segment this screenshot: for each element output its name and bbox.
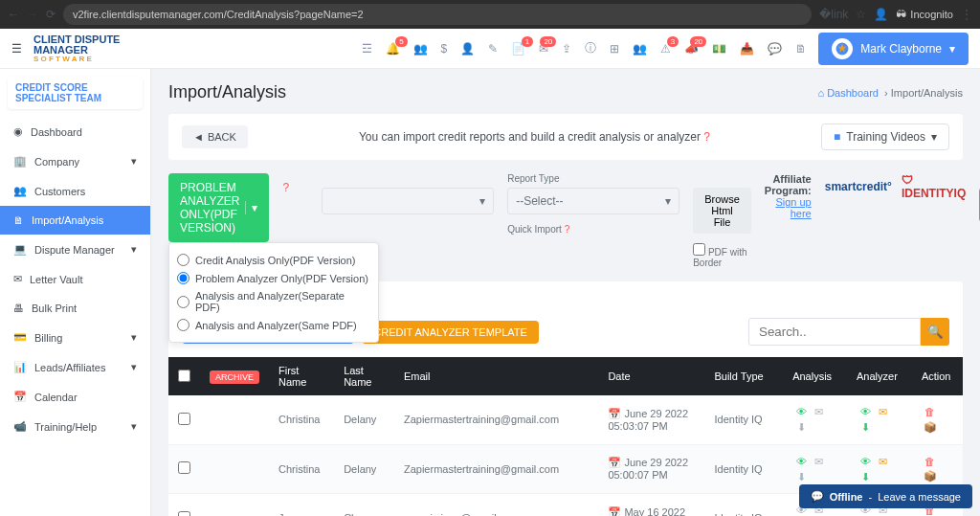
affiliate-link[interactable]: Sign up here (775, 196, 811, 219)
quick-import-label: Quick Import (507, 224, 562, 235)
warn-icon[interactable]: ⚠3 (660, 42, 671, 56)
delete-icon[interactable]: 🗑 (923, 404, 938, 419)
main-content: Import/Analysis ⌂ Dashboard › Import/Ana… (151, 69, 980, 516)
row-checkbox[interactable] (178, 461, 190, 474)
search-button[interactable]: 🔍 (921, 318, 949, 346)
share-icon[interactable]: �link (819, 8, 848, 21)
dd-option[interactable]: Analysis and Analyzer(Separate PDF) (177, 287, 370, 316)
forward-icon[interactable]: → (27, 8, 38, 21)
dd-option[interactable]: Problem Analyzer Only(PDF Version) (177, 269, 370, 287)
back-icon[interactable]: ← (8, 8, 19, 21)
sidebar-item-letter-vault[interactable]: ✉Letter Vault (0, 264, 150, 294)
col-header[interactable]: Last Name (334, 357, 394, 395)
back-button[interactable]: ◄ BACK (182, 125, 248, 148)
training-dropdown[interactable]: ■Training Videos ▾ (821, 123, 949, 150)
view-icon[interactable]: 👁 (858, 404, 873, 419)
file-icon: 🗎 (13, 214, 24, 226)
browse-button[interactable]: Browse Html File (693, 188, 751, 234)
sidebar-item-customers[interactable]: 👥Customers (0, 176, 150, 206)
customer-select[interactable]: ▾ (322, 188, 494, 214)
breadcrumb-home[interactable]: Dashboard (827, 87, 879, 99)
refresh-icon[interactable]: ⟳ (46, 8, 56, 21)
smartcredit-logo[interactable]: smartcredit° (825, 180, 892, 193)
calendar-icon: 📅 (608, 457, 621, 468)
download-icon[interactable]: ⬇ (793, 420, 809, 436)
dd-option[interactable]: Credit Analysis Only(PDF Version) (177, 251, 370, 269)
identityiq-logo[interactable]: 🛡 IDENTITYIQ (902, 173, 966, 200)
analyzer-dropdown[interactable]: PROBLEM ANALYZER ONLY(PDF VERSION) ▾ Cre… (168, 173, 269, 242)
sidebar-item-company[interactable]: 🏢Company▾ (0, 146, 150, 176)
download-icon[interactable]: ⬇ (858, 420, 873, 436)
sidebar-item-bulk-print[interactable]: 🖶Bulk Print (0, 294, 150, 323)
user-icon[interactable]: 👤 (460, 42, 475, 56)
list-icon[interactable]: ☲ (362, 42, 372, 56)
breadcrumb-current: Import/Analysis (891, 87, 963, 99)
share-icon[interactable]: ⇪ (562, 42, 571, 56)
col-header[interactable]: Build Type (704, 357, 783, 395)
search-input[interactable] (748, 318, 921, 346)
help-icon[interactable]: ? (703, 130, 710, 144)
col-header[interactable]: First Name (269, 357, 334, 395)
alert-icon[interactable]: 📣20 (684, 42, 699, 56)
home-icon[interactable]: ⌂ (817, 87, 824, 99)
doc2-icon[interactable]: 🗎 (795, 42, 807, 56)
download-icon[interactable]: ⬇ (858, 469, 873, 484)
logo[interactable]: CLIENT DISPUTE MANAGER S O F T W A R E (33, 34, 120, 64)
row-checkbox[interactable] (178, 413, 190, 425)
money-icon[interactable]: 💵 (712, 42, 726, 56)
chat-widget[interactable]: 💬 Offline - Leave a message (799, 484, 972, 508)
star-icon[interactable]: ☆ (856, 8, 866, 21)
user-menu[interactable]: Mark Clayborne ▾ (818, 33, 969, 65)
archive-icon[interactable]: 📦 (923, 469, 938, 484)
sidebar-item-dashboard[interactable]: ◉Dashboard (0, 117, 150, 146)
chevron-down-icon: ▾ (131, 361, 137, 373)
col-header[interactable]: Analysis (783, 357, 847, 395)
mail-icon[interactable]: ✉ (811, 454, 826, 469)
pdf-border-checkbox[interactable] (693, 243, 705, 256)
dollar-icon[interactable]: $ (441, 42, 448, 56)
help-icon[interactable]: ? (565, 224, 570, 235)
mail-icon[interactable]: ✉20 (539, 42, 548, 56)
col-header[interactable]: Email (394, 357, 598, 395)
help-icon[interactable]: ? (282, 181, 289, 194)
grid-icon[interactable]: ⊞ (610, 42, 619, 56)
sidebar-item-billing[interactable]: 💳Billing▾ (0, 323, 150, 352)
hamburger-icon[interactable]: ☰ (11, 42, 22, 56)
info-icon[interactable]: ⓘ (585, 40, 596, 56)
col-header[interactable]: Date (598, 357, 704, 395)
archive-badge: ARCHIVE (210, 370, 259, 384)
chevron-down-icon: ▾ (949, 42, 955, 56)
analyzer-template-button[interactable]: CREDIT ANALYZER TEMPLATE (362, 321, 539, 344)
inbox-icon[interactable]: 📥 (740, 42, 754, 56)
pencil-icon[interactable]: ✎ (488, 42, 498, 56)
report-type-select[interactable]: --Select--▾ (507, 188, 679, 214)
group-icon[interactable]: 👥 (633, 42, 647, 56)
archive-icon[interactable]: 📦 (923, 419, 938, 435)
sidebar-item-leads-affiliates[interactable]: 📊Leads/Affiliates▾ (0, 352, 150, 382)
row-checkbox[interactable] (178, 511, 190, 516)
mail-icon[interactable]: ✉ (811, 405, 826, 420)
doc-icon[interactable]: 📄1 (511, 42, 525, 56)
download-icon[interactable]: ⬇ (793, 469, 809, 484)
sidebar-item-training-help[interactable]: 📹Training/Help▾ (0, 412, 150, 441)
chat-icon[interactable]: 💬 (768, 42, 782, 56)
view-icon[interactable]: 👁 (793, 404, 809, 419)
view-icon[interactable]: 👁 (858, 454, 873, 469)
profile-icon[interactable]: 👤 (874, 8, 888, 21)
col-header[interactable]: Action (912, 357, 963, 395)
users-icon[interactable]: 👥 (413, 42, 428, 56)
sidebar-item-calendar[interactable]: 📅Calendar (0, 382, 150, 412)
select-all-checkbox[interactable] (178, 370, 190, 382)
chevron-down-icon: ▾ (131, 420, 137, 433)
menu-icon[interactable]: ⋮ (961, 8, 972, 21)
mail-icon[interactable]: ✉ (875, 454, 890, 469)
bell-icon[interactable]: 🔔5 (386, 42, 400, 56)
url-bar[interactable]: v2fire.clientdisputemanager.com/CreditAn… (63, 4, 812, 25)
mail-icon[interactable]: ✉ (875, 405, 890, 420)
dd-option[interactable]: Analysis and Analyzer(Same PDF) (177, 316, 370, 334)
sidebar-item-dispute-manager[interactable]: 💻Dispute Manager▾ (0, 235, 150, 264)
view-icon[interactable]: 👁 (793, 454, 809, 469)
col-header[interactable]: Analyzer (847, 357, 912, 395)
delete-icon[interactable]: 🗑 (923, 454, 938, 469)
sidebar-item-import-analysis[interactable]: 🗎Import/Analysis (0, 206, 150, 235)
